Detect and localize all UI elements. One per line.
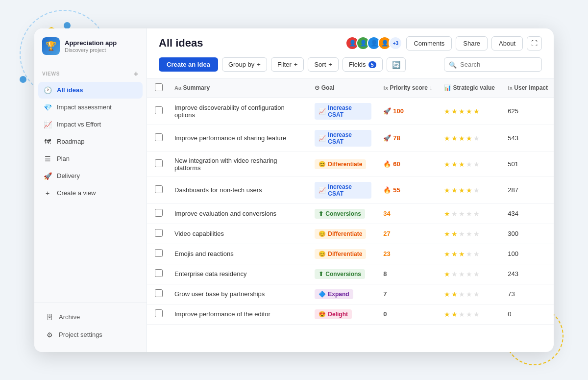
row-checkbox[interactable] bbox=[155, 133, 163, 141]
goal-label: Conversions bbox=[325, 271, 361, 278]
row-goal: 😊 Differentiate bbox=[309, 224, 377, 244]
row-priority: 🚀 100 bbox=[377, 98, 438, 125]
star: ★ bbox=[451, 134, 458, 142]
row-impact: 287 bbox=[502, 177, 554, 203]
goal-emoji: ⬆ bbox=[318, 271, 323, 278]
priority-value: 0 bbox=[383, 310, 387, 318]
row-checkbox[interactable] bbox=[155, 185, 163, 193]
comments-button[interactable]: Comments bbox=[406, 36, 452, 51]
row-priority: 23 bbox=[377, 244, 438, 264]
goal-tag[interactable]: 😊 Differentiate bbox=[315, 159, 366, 169]
sidebar-item-archive[interactable]: 🗄 Archive bbox=[40, 309, 141, 326]
sidebar-item-delivery[interactable]: 🚀 Delivery bbox=[38, 168, 143, 184]
page-title: All ideas bbox=[159, 37, 203, 50]
share-button[interactable]: Share bbox=[456, 36, 488, 51]
sidebar-item-impact-assessment[interactable]: 💎 Impact assessment bbox=[38, 99, 143, 116]
col-header-goal: ⊙ Goal bbox=[309, 78, 377, 98]
expand-button[interactable]: ⛶ bbox=[527, 36, 542, 51]
col-header-summary: Aa Summary bbox=[169, 78, 309, 98]
goal-tag[interactable]: 🔷 Expand bbox=[315, 289, 353, 299]
star: ★ bbox=[444, 290, 450, 298]
star: ★ bbox=[466, 250, 472, 258]
goal-label: Differentiate bbox=[328, 251, 362, 257]
app-window: 🏆 Appreciation app Discovery project VIE… bbox=[34, 28, 554, 352]
goal-emoji: 📈 bbox=[318, 135, 326, 142]
select-all-checkbox[interactable] bbox=[155, 83, 163, 91]
stars: ★★★★★ bbox=[444, 134, 480, 142]
star: ★ bbox=[473, 230, 480, 238]
sidebar-footer: 🗄 Archive ⚙ Project settings bbox=[34, 303, 147, 352]
priority-value: 34 bbox=[383, 210, 390, 217]
star: ★ bbox=[444, 186, 450, 194]
row-priority: 27 bbox=[377, 224, 438, 244]
sidebar: 🏆 Appreciation app Discovery project VIE… bbox=[34, 28, 147, 352]
footer-item-label: Project settings bbox=[59, 331, 102, 338]
goal-tag[interactable]: 📈 Increase CSAT bbox=[315, 130, 371, 147]
goal-tag[interactable]: 😊 Differentiate bbox=[315, 249, 366, 259]
row-impact: 543 bbox=[502, 125, 554, 152]
col-header-priority[interactable]: fx Priority score ↓ bbox=[377, 78, 438, 98]
goal-tag[interactable]: 😍 Delight bbox=[315, 309, 352, 319]
fields-label: Fields bbox=[349, 61, 366, 68]
goal-emoji: 😊 bbox=[318, 161, 326, 168]
group-by-label: Group by bbox=[228, 61, 254, 68]
delivery-icon: 🚀 bbox=[43, 172, 52, 180]
goal-col-icon: ⊙ bbox=[315, 84, 319, 91]
sidebar-item-label: Delivery bbox=[57, 172, 80, 179]
sidebar-item-roadmap[interactable]: 🗺 Roadmap bbox=[38, 133, 143, 150]
refresh-button[interactable]: 🔄 bbox=[387, 57, 406, 72]
fields-button[interactable]: Fields 5 bbox=[343, 57, 383, 72]
sidebar-nav: 🕐 All ideas 💎 Impact assessment 📈 Impact… bbox=[34, 80, 147, 303]
goal-tag[interactable]: ⬆ Conversions bbox=[315, 269, 365, 279]
row-checkbox[interactable] bbox=[155, 159, 163, 167]
create-idea-button[interactable]: Create an idea bbox=[159, 57, 218, 72]
sidebar-item-impact-effort[interactable]: 📈 Impact vs Effort bbox=[38, 116, 143, 133]
row-goal: ⬆ Conversions bbox=[309, 264, 377, 284]
goal-tag[interactable]: 📈 Increase CSAT bbox=[315, 103, 371, 120]
app-name: Appreciation app bbox=[65, 39, 117, 47]
search-input[interactable] bbox=[444, 57, 542, 72]
add-view-icon[interactable]: + bbox=[134, 70, 139, 78]
row-strategic: ★★★★★ bbox=[438, 304, 502, 324]
group-by-button[interactable]: Group by + bbox=[222, 57, 267, 72]
goal-emoji: 📈 bbox=[318, 108, 326, 115]
col-checkbox bbox=[147, 78, 169, 98]
priority-value: 8 bbox=[383, 270, 387, 278]
sidebar-item-settings[interactable]: ⚙ Project settings bbox=[40, 327, 141, 343]
row-strategic: ★★★★★ bbox=[438, 125, 502, 152]
about-button[interactable]: About bbox=[491, 36, 523, 51]
goal-tag[interactable]: ⬆ Conversions bbox=[315, 209, 365, 219]
sidebar-item-all-ideas[interactable]: 🕐 All ideas bbox=[38, 82, 143, 99]
sidebar-item-plan[interactable]: ☰ Plan bbox=[38, 151, 143, 167]
goal-tag[interactable]: 📈 Increase CSAT bbox=[315, 182, 371, 199]
star: ★ bbox=[473, 134, 480, 142]
star: ★ bbox=[466, 134, 472, 142]
star: ★ bbox=[466, 290, 472, 298]
toolbar: Create an idea Group by + Filter + Sort … bbox=[159, 57, 542, 78]
sidebar-item-label: Create a view bbox=[57, 189, 96, 197]
row-strategic: ★★★★★ bbox=[438, 224, 502, 244]
row-checkbox[interactable] bbox=[155, 106, 163, 114]
row-checkbox[interactable] bbox=[155, 209, 163, 217]
row-checkbox-cell bbox=[147, 177, 169, 203]
star: ★ bbox=[459, 107, 465, 115]
row-checkbox-cell bbox=[147, 98, 169, 125]
row-checkbox[interactable] bbox=[155, 289, 163, 297]
row-impact: 300 bbox=[502, 224, 554, 244]
row-summary: Improve evaluation and conversions bbox=[169, 203, 309, 224]
sidebar-views-section: VIEWS + bbox=[34, 63, 147, 80]
row-checkbox[interactable] bbox=[155, 249, 163, 257]
stars: ★★★★★ bbox=[444, 250, 480, 258]
row-checkbox[interactable] bbox=[155, 269, 163, 277]
row-impact: 100 bbox=[502, 244, 554, 264]
goal-tag[interactable]: 😊 Differentiate bbox=[315, 229, 366, 239]
row-priority: 🔥 60 bbox=[377, 152, 438, 177]
star: ★ bbox=[444, 230, 450, 238]
filter-button[interactable]: Filter + bbox=[271, 57, 304, 72]
row-impact: 434 bbox=[502, 203, 554, 224]
row-checkbox[interactable] bbox=[155, 309, 163, 317]
row-checkbox[interactable] bbox=[155, 229, 163, 237]
sidebar-item-create-view[interactable]: + Create a view bbox=[38, 185, 143, 202]
sort-button[interactable]: Sort + bbox=[308, 57, 338, 72]
star: ★ bbox=[451, 270, 458, 278]
